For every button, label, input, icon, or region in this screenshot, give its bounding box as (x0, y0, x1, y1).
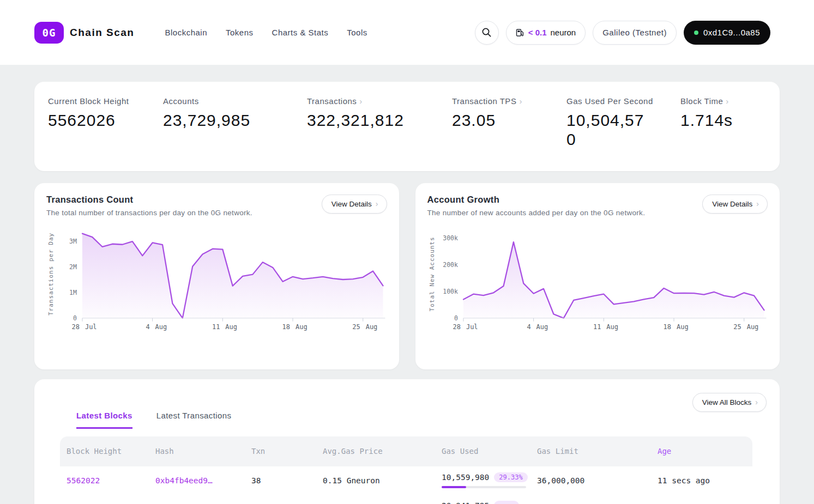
search-icon (481, 27, 492, 38)
svg-text:Aug: Aug (536, 323, 548, 331)
view-all-blocks-label: View All Blocks (702, 398, 752, 406)
svg-text:11: 11 (212, 323, 220, 331)
stat-value: 10,504,570 (566, 111, 654, 149)
stat-label: Accounts (163, 96, 199, 106)
table-header-row: Block Height Hash Txn Avg.Gas Price Gas … (60, 436, 752, 466)
svg-text:4: 4 (527, 323, 530, 331)
gas-used-progress-fill (442, 486, 466, 488)
connected-status-dot-icon (694, 31, 698, 35)
wallet-address-button[interactable]: 0xd1C9...0a85 (684, 21, 770, 45)
blocks-tabs: Latest Blocks Latest Transactions (76, 411, 231, 429)
stat-transactions[interactable]: Transactions › 322,321,812 (307, 96, 452, 149)
table-row: 20,941,795 (60, 495, 752, 504)
svg-text:25: 25 (352, 323, 360, 331)
column-header: Txn (251, 447, 323, 456)
search-button[interactable] (475, 21, 499, 45)
svg-text:18: 18 (282, 323, 290, 331)
gas-price-unit: neuron (550, 28, 576, 37)
view-details-button[interactable]: View Details › (322, 195, 387, 214)
gas-used-value: 20,941,795 (442, 501, 489, 504)
gas-used-value: 10,559,980 (442, 473, 489, 482)
stat-label: Current Block Height (48, 96, 129, 106)
svg-text:3M: 3M (69, 238, 77, 245)
network-selector[interactable]: Galileo (Testnet) (593, 21, 677, 45)
gas-price-value: < 0.1 (528, 28, 547, 37)
main-nav: Blockchain Tokens Charts & Stats Tools (165, 28, 367, 37)
block-age: 11 secs ago (658, 476, 752, 485)
stat-transaction-tps[interactable]: Transaction TPS › 23.05 (452, 96, 566, 149)
svg-text:Aug: Aug (155, 323, 167, 331)
stat-label: Block Time (680, 96, 723, 106)
svg-text:Aug: Aug (225, 323, 237, 331)
stat-value: 23.05 (452, 111, 566, 130)
svg-text:0: 0 (454, 314, 458, 322)
svg-text:Jul: Jul (466, 323, 478, 331)
brand[interactable]: 0G Chain Scan (34, 22, 134, 44)
gas-limit: 36,000,000 (537, 476, 658, 485)
wallet-address: 0xd1C9...0a85 (703, 28, 760, 37)
nav-charts-stats[interactable]: Charts & Stats (272, 28, 329, 37)
chevron-right-icon: › (376, 200, 378, 208)
gas-used-percent-badge (494, 501, 519, 504)
svg-text:2M: 2M (69, 263, 77, 271)
chart-title: Transactions Count (46, 195, 252, 205)
chevron-right-icon: › (726, 97, 729, 105)
transactions-count-chart: Transactions per Day01M2M3M28Jul4Aug11Au… (46, 226, 387, 337)
chart-subtitle: The number of new accounts added per day… (427, 209, 646, 217)
column-header-age[interactable]: Age (658, 447, 752, 456)
gas-used-percent-badge: 29.33% (494, 472, 527, 482)
block-height-link[interactable]: 5562022 (60, 476, 155, 485)
fuel-pump-icon (516, 28, 524, 37)
account-growth-card: Account Growth The number of new account… (415, 183, 780, 369)
chart-title: Account Growth (427, 195, 646, 205)
chevron-right-icon: › (519, 97, 522, 105)
stat-gas-used-per-second: Gas Used Per Second 10,504,570 (566, 96, 680, 149)
chevron-right-icon: › (755, 398, 758, 406)
svg-text:4: 4 (146, 323, 149, 331)
svg-text:Aug: Aug (296, 323, 307, 331)
0g-logo-icon: 0G (34, 22, 64, 44)
tab-latest-transactions[interactable]: Latest Transactions (156, 411, 232, 429)
stat-value: 1.714s (680, 111, 733, 130)
nav-blockchain[interactable]: Blockchain (165, 28, 207, 37)
gas-used-progress-track (442, 486, 526, 488)
view-all-blocks-button[interactable]: View All Blocks › (692, 393, 767, 412)
view-details-button[interactable]: View Details › (702, 195, 768, 214)
column-header: Gas Limit (537, 447, 658, 456)
svg-text:Aug: Aug (606, 323, 618, 331)
chevron-right-icon: › (756, 200, 759, 208)
svg-text:0: 0 (73, 314, 77, 322)
svg-text:28: 28 (72, 323, 80, 331)
view-details-label: View Details (331, 200, 372, 208)
stat-value: 322,321,812 (307, 111, 452, 130)
txn-count: 38 (251, 476, 323, 485)
stat-label: Transactions (307, 96, 357, 106)
svg-text:Aug: Aug (746, 323, 758, 331)
transactions-count-card: Transactions Count The total number of t… (34, 183, 399, 369)
chart-subtitle: The total number of transactions per day… (46, 209, 252, 217)
svg-text:18: 18 (663, 323, 671, 331)
stat-label: Transaction TPS (452, 96, 516, 106)
stat-current-block-height: Current Block Height 5562026 (48, 96, 163, 149)
stat-block-time[interactable]: Block Time › 1.714s (680, 96, 733, 149)
gas-price-pill[interactable]: < 0.1 neuron (506, 21, 586, 45)
svg-text:28: 28 (453, 323, 460, 331)
tab-latest-blocks[interactable]: Latest Blocks (76, 411, 132, 429)
stat-accounts: Accounts 23,729,985 (163, 96, 307, 149)
svg-text:Aug: Aug (366, 323, 378, 331)
blocks-table: Block Height Hash Txn Avg.Gas Price Gas … (60, 436, 752, 504)
svg-text:100k: 100k (443, 288, 458, 295)
nav-tokens[interactable]: Tokens (226, 28, 254, 37)
stat-value: 23,729,985 (163, 111, 307, 130)
block-hash-link[interactable]: 0xb4fb4eed9… (155, 476, 251, 485)
view-details-label: View Details (712, 200, 752, 208)
svg-text:11: 11 (593, 323, 600, 331)
svg-text:200k: 200k (443, 261, 458, 269)
nav-tools[interactable]: Tools (347, 28, 367, 37)
chevron-right-icon: › (359, 97, 363, 105)
header: 0G Chain Scan Blockchain Tokens Charts &… (0, 0, 814, 65)
network-name: Galileo (Testnet) (602, 28, 667, 37)
svg-text:Aug: Aug (677, 323, 689, 331)
column-header: Block Height (60, 447, 155, 456)
network-stats-card: Current Block Height 5562026 Accounts 23… (34, 82, 780, 171)
